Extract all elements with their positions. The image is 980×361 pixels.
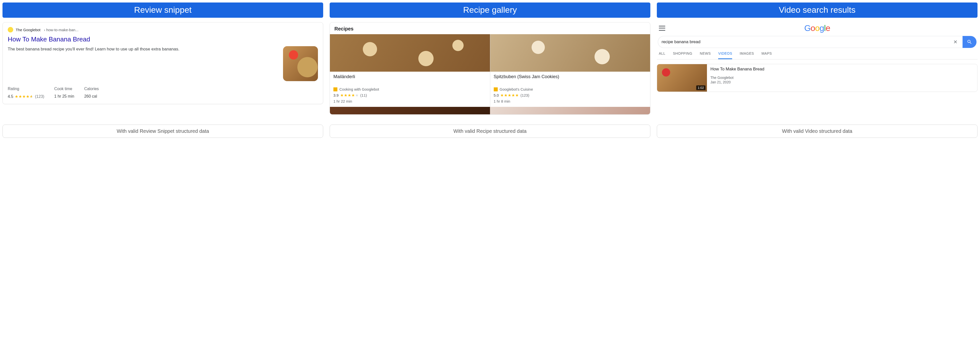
tab-news[interactable]: NEWS bbox=[700, 51, 711, 59]
video-source: The Googlebot bbox=[710, 76, 764, 80]
video-thumbnail[interactable]: 1:02 bbox=[657, 64, 707, 92]
caption-gallery: With valid Recipe structured data bbox=[330, 125, 650, 138]
three-column-layout: Review snippet The Googlebot › how-to-ma… bbox=[3, 3, 977, 138]
result-source-row: The Googlebot › how-to-make-ban... bbox=[8, 27, 318, 32]
result-description: The best banana bread recipe you'll ever… bbox=[8, 46, 279, 81]
recipe-time: 1 hr 8 min bbox=[494, 99, 647, 103]
recipe-name: Spitzbuben (Swiss Jam Cookies) bbox=[494, 74, 647, 86]
gallery-next-row-peek bbox=[330, 107, 650, 114]
search-icon bbox=[967, 39, 972, 45]
video-date: Jan 21, 2020 bbox=[710, 80, 764, 84]
header-recipe-gallery: Recipe gallery bbox=[330, 3, 650, 18]
review-stage: The Googlebot › how-to-make-ban... How T… bbox=[3, 22, 323, 117]
gallery-row: Mailänderli Cooking with Googlebot 3.9 ★… bbox=[330, 34, 650, 107]
recipe-rating-row: 3.9 ★★★★★ (11) bbox=[333, 93, 487, 97]
recipe-author: Cooking with Googlebot bbox=[333, 87, 487, 91]
stat-rating: Rating 4.5 ★★★★★ (123) bbox=[8, 86, 45, 99]
stat-rating-count: (123) bbox=[35, 94, 44, 99]
recipe-thumbnail bbox=[330, 34, 490, 72]
tab-videos[interactable]: VIDEOS bbox=[718, 51, 732, 59]
recipe-name: Mailänderli bbox=[333, 74, 487, 86]
star-rating-icon: ★★★★★ bbox=[500, 93, 519, 97]
tab-maps[interactable]: MAPS bbox=[762, 51, 772, 59]
caption-video: With valid Video structured data bbox=[657, 125, 977, 138]
recipe-author-label: Googlebot's Cuisine bbox=[500, 87, 533, 91]
search-button[interactable] bbox=[963, 36, 977, 48]
video-stage: Google ✕ ALL SHOPPING NEWS VIDEOS IMAGES bbox=[657, 22, 977, 117]
author-icon bbox=[494, 87, 498, 91]
clear-icon[interactable]: ✕ bbox=[952, 39, 959, 45]
menu-icon[interactable] bbox=[659, 26, 665, 31]
tab-images[interactable]: IMAGES bbox=[740, 51, 754, 59]
gallery-section-title: Recipes bbox=[330, 22, 650, 34]
result-title-link[interactable]: How To Make Banana Bread bbox=[8, 35, 318, 43]
search-input[interactable] bbox=[662, 40, 952, 45]
star-rating-icon: ★★★★★ bbox=[340, 93, 359, 97]
recipe-rating-row: 5.0 ★★★★★ (123) bbox=[494, 93, 647, 97]
recipe-item[interactable]: Mailänderli Cooking with Googlebot 3.9 ★… bbox=[330, 34, 490, 107]
stat-cooktime: Cook time 1 hr 25 min bbox=[54, 86, 74, 99]
recipe-rating-value: 3.9 bbox=[333, 93, 339, 97]
caption-review: With valid Review Snippet structured dat… bbox=[3, 125, 323, 138]
result-thumbnail[interactable] bbox=[283, 46, 318, 81]
review-snippet-card[interactable]: The Googlebot › how-to-make-ban... How T… bbox=[3, 22, 323, 104]
column-recipe-gallery: Recipe gallery Recipes Mailänderli Cooki… bbox=[330, 3, 650, 138]
recipe-author-label: Cooking with Googlebot bbox=[339, 87, 379, 91]
stat-calories-label: Calories bbox=[84, 86, 99, 91]
source-site: The Googlebot bbox=[16, 28, 40, 32]
stat-calories-value: 260 cal bbox=[84, 94, 99, 99]
stat-cooktime-value: 1 hr 25 min bbox=[54, 94, 74, 99]
author-icon bbox=[333, 87, 337, 91]
video-title: How To Make Banana Bread bbox=[710, 67, 764, 72]
stat-cooktime-label: Cook time bbox=[54, 86, 74, 91]
search-input-wrap[interactable]: ✕ bbox=[658, 36, 963, 48]
recipe-item[interactable]: Spitzbuben (Swiss Jam Cookies) Googlebot… bbox=[490, 34, 650, 107]
search-top-bar: Google bbox=[657, 22, 977, 36]
column-review-snippet: Review snippet The Googlebot › how-to-ma… bbox=[3, 3, 323, 138]
stat-rating-label: Rating bbox=[8, 86, 45, 91]
video-result-card[interactable]: 1:02 How To Make Banana Bread The Google… bbox=[657, 64, 977, 92]
header-video-results: Video search results bbox=[657, 3, 977, 18]
star-rating-icon: ★★★★★ bbox=[15, 94, 33, 99]
recipe-rating-count: (123) bbox=[520, 93, 529, 97]
search-tabs: ALL SHOPPING NEWS VIDEOS IMAGES MAPS bbox=[657, 48, 977, 59]
tab-all[interactable]: ALL bbox=[659, 51, 665, 59]
result-stats-row: Rating 4.5 ★★★★★ (123) Cook time 1 hr 25… bbox=[8, 86, 318, 99]
stat-rating-value: 4.5 bbox=[8, 94, 13, 99]
gallery-stage: Recipes Mailänderli Cooking with Googleb… bbox=[330, 22, 650, 117]
header-review-snippet: Review snippet bbox=[3, 3, 323, 18]
search-bar: ✕ bbox=[658, 36, 977, 48]
recipe-time: 1 hr 22 min bbox=[333, 99, 487, 103]
video-duration-badge: 1:02 bbox=[696, 85, 705, 90]
favicon-icon bbox=[8, 27, 13, 32]
stat-calories: Calories 260 cal bbox=[84, 86, 99, 99]
recipe-rating-value: 5.0 bbox=[494, 93, 499, 97]
google-logo[interactable]: Google bbox=[669, 23, 965, 33]
column-video-results: Video search results Google ✕ ALL bbox=[657, 3, 977, 138]
recipe-gallery-card: Recipes Mailänderli Cooking with Googleb… bbox=[330, 22, 650, 115]
recipe-author: Googlebot's Cuisine bbox=[494, 87, 647, 91]
recipe-rating-count: (11) bbox=[360, 93, 367, 97]
tab-shopping[interactable]: SHOPPING bbox=[673, 51, 692, 59]
breadcrumb: › how-to-make-ban... bbox=[44, 28, 78, 32]
recipe-thumbnail bbox=[490, 34, 650, 72]
